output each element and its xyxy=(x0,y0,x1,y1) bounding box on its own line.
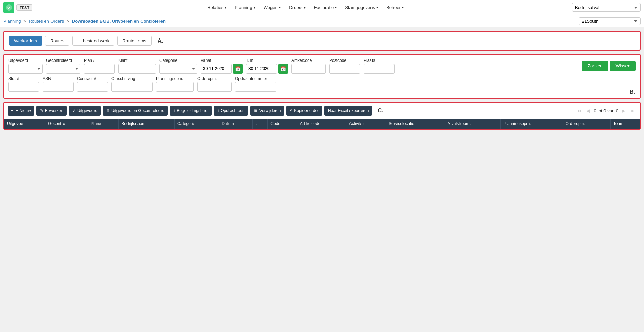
page-next-button[interactable]: ▶ xyxy=(620,107,627,114)
page-first-button[interactable]: ⏮ xyxy=(575,107,583,114)
plan-input[interactable] xyxy=(84,64,115,74)
col-uitgevoerd: Uitgevoe xyxy=(4,119,45,129)
plus-icon: + xyxy=(11,108,13,113)
artikelcode-input[interactable] xyxy=(291,64,326,74)
tm-input[interactable]: 30-11-2020 xyxy=(246,64,277,74)
tab-werkorders[interactable]: Werkorders xyxy=(9,36,42,46)
main-content: Werkorders Routes Uitbesteed werk Route … xyxy=(0,27,644,133)
edit-icon: ✎ xyxy=(40,108,43,113)
pagination-text: 0 tot 0 van 0 xyxy=(593,108,618,113)
uitgevoerd-gecontroleerd-button[interactable]: ⬆ Uitgevoerd en Gecontroleerd xyxy=(103,106,168,116)
orderopm-input[interactable] xyxy=(197,82,232,92)
asn-label: ASN xyxy=(43,76,74,81)
nav-relaties[interactable]: Relaties ▾ xyxy=(203,0,231,15)
filter-plan: Plan # xyxy=(84,58,115,74)
section-b-label: B. xyxy=(630,89,635,95)
klant-input[interactable] xyxy=(118,64,156,74)
contract-input[interactable] xyxy=(77,82,108,92)
data-table: Uitgevoe Gecontro Plan# Bedrijfsnaam Cat… xyxy=(4,119,640,129)
upload-icon: ⬆ xyxy=(106,108,110,113)
uitgevoerd-select[interactable] xyxy=(8,64,43,74)
trash-icon: 🗑 xyxy=(254,108,258,113)
tab-uitbesteed-werk[interactable]: Uitbesteed werk xyxy=(72,36,114,46)
page-prev-button[interactable]: ◀ xyxy=(585,107,591,114)
nav-facturatie[interactable]: Facturatie ▾ xyxy=(310,0,341,15)
filter-vanaf: Vanaf 30-11-2020 📅 xyxy=(201,58,243,74)
nav-beheer[interactable]: Beheer ▾ xyxy=(382,0,408,15)
begeleidingsbrief-button[interactable]: ℹ Begeleidingsbrief xyxy=(170,106,212,116)
col-number: # xyxy=(253,119,268,129)
section-a-label: A. xyxy=(158,38,163,44)
check-icon: ✔ xyxy=(72,108,76,113)
vanaf-input[interactable]: 30-11-2020 xyxy=(201,64,232,74)
breadcrumb-planning[interactable]: Planning xyxy=(3,19,21,24)
orderopm-label: Orderopm. xyxy=(197,76,232,81)
col-code: Code xyxy=(268,119,297,129)
section-c-label: C. xyxy=(378,108,383,114)
kopieer-order-button[interactable]: ⎘ Kopieer order xyxy=(286,106,322,116)
omschrijving-label: Omschrijving xyxy=(111,76,153,81)
nav-orders[interactable]: Orders ▾ xyxy=(285,0,310,15)
location-select[interactable]: 21South xyxy=(579,17,641,25)
section-b: Uitgevoerd Gecontroleerd Plan # Klant xyxy=(3,54,641,99)
filter-opdrachtnummer: Opdrachtnummer xyxy=(235,76,276,92)
tab-route-items[interactable]: Route items xyxy=(117,36,151,46)
opdrachtnummer-input[interactable] xyxy=(235,82,276,92)
opdrachtbon-button[interactable]: ℹ Opdrachtbon xyxy=(214,106,248,116)
filter-straat: Straat xyxy=(8,76,39,92)
asn-input[interactable] xyxy=(43,82,74,92)
wissen-button[interactable]: Wissen xyxy=(610,61,636,71)
page-last-button[interactable]: ⏭ xyxy=(629,107,636,114)
postcode-label: Postcode xyxy=(329,58,360,63)
nav-wegen[interactable]: Wegen ▾ xyxy=(259,0,285,15)
company-select[interactable]: Bedrijfsafval xyxy=(572,3,641,12)
brand-logo xyxy=(3,2,14,13)
svg-point-0 xyxy=(6,4,12,10)
tm-calendar-button[interactable]: 📅 xyxy=(278,64,288,74)
section-a: Werkorders Routes Uitbesteed werk Route … xyxy=(3,31,641,51)
filter-klant: Klant xyxy=(118,58,156,74)
filter-tm: T/m 30-11-2020 📅 xyxy=(246,58,288,74)
breadcrumb-routes[interactable]: Routes en Orders xyxy=(29,19,64,24)
opdrachtnummer-label: Opdrachtnummer xyxy=(235,76,276,81)
vanaf-calendar-button[interactable]: 📅 xyxy=(233,64,243,74)
filter-omschrijving: Omschrijving xyxy=(111,76,153,92)
postcode-input[interactable] xyxy=(329,64,360,74)
verwijderen-button[interactable]: 🗑 Verwijderen xyxy=(250,106,285,116)
breadcrumb-current: Downloaden BGB, Uitvoeren en Controleren xyxy=(72,19,166,24)
excel-export-button[interactable]: Naar Excel exporteren xyxy=(324,106,372,116)
second-bar: Planning > Routes en Orders > Downloaden… xyxy=(0,15,644,27)
straat-input[interactable] xyxy=(8,82,39,92)
col-planningopm: Planningsopm. xyxy=(501,119,563,129)
contract-label: Contract # xyxy=(77,76,108,81)
filter-uitgevoerd: Uitgevoerd xyxy=(8,58,43,74)
planningopm-input[interactable] xyxy=(156,82,194,92)
tab-routes[interactable]: Routes xyxy=(45,36,69,46)
omschrijving-input[interactable] xyxy=(111,82,153,92)
nav-stamgegevens[interactable]: Stamgegevens ▾ xyxy=(341,0,382,15)
nieuw-button[interactable]: + + Nieuw xyxy=(8,106,34,116)
filter-orderopm: Orderopm. xyxy=(197,76,232,92)
info-icon: ℹ xyxy=(173,108,175,113)
action-bar: + + Nieuw ✎ Bewerken ✔ Uitgevoerd ⬆ Uitg… xyxy=(4,103,640,119)
bewerken-button[interactable]: ✎ Bewerken xyxy=(36,106,67,116)
vanaf-label: Vanaf xyxy=(201,58,243,63)
gecontroleerd-select[interactable] xyxy=(46,64,80,74)
categorie-label: Categorie xyxy=(159,58,197,63)
nav-planning[interactable]: Planning ▾ xyxy=(231,0,259,15)
vanaf-date-group: 30-11-2020 📅 xyxy=(201,64,243,74)
col-datum: Datum xyxy=(219,119,253,129)
uitgevoerd-button[interactable]: ✔ Uitgevoerd xyxy=(69,106,101,116)
col-orderopm: Orderopm. xyxy=(563,119,610,129)
brand-area: TEST xyxy=(3,2,32,13)
plan-label: Plan # xyxy=(84,58,115,63)
plaats-input[interactable] xyxy=(364,64,395,74)
caret-icon: ▾ xyxy=(376,5,378,9)
nav-menu: Relaties ▾ Planning ▾ Wegen ▾ Orders ▾ F… xyxy=(39,0,572,15)
zoeken-button[interactable]: Zoeken xyxy=(582,61,608,71)
filter-asn: ASN xyxy=(43,76,74,92)
filter-row-1: Uitgevoerd Gecontroleerd Plan # Klant xyxy=(8,58,636,74)
categorie-select[interactable] xyxy=(159,64,197,74)
plaats-label: Plaats xyxy=(364,58,395,63)
filter-actions: Zoeken Wissen xyxy=(582,61,636,71)
